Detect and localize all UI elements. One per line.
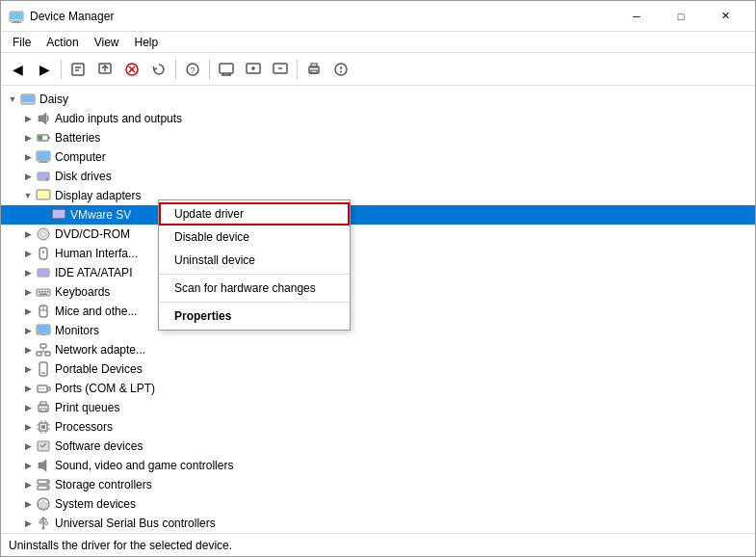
label-display: Display adapters bbox=[55, 189, 141, 202]
status-text: Uninstalls the driver for the selected d… bbox=[9, 539, 232, 552]
toolbar-separator-1 bbox=[61, 60, 62, 79]
label-vmware: VMware SV bbox=[70, 208, 131, 222]
expander-system[interactable]: ▶ bbox=[20, 496, 36, 512]
forward-button[interactable]: ▶ bbox=[32, 57, 57, 82]
expander-mice[interactable]: ▶ bbox=[20, 304, 36, 319]
ctx-scan-hardware[interactable]: Scan for hardware changes bbox=[159, 277, 350, 300]
tree-item-hid[interactable]: ▶ Human Interfa... bbox=[1, 244, 755, 263]
tree-item-audio[interactable]: ▶ Audio inputs and outputs bbox=[1, 109, 755, 128]
icon-storage bbox=[36, 477, 51, 492]
label-dvd: DVD/CD-ROM bbox=[55, 227, 130, 241]
ctx-uninstall-device[interactable]: Uninstall device bbox=[159, 249, 350, 272]
label-system: System devices bbox=[55, 497, 136, 511]
menu-file[interactable]: File bbox=[5, 34, 39, 51]
svg-rect-55 bbox=[44, 291, 46, 293]
label-monitors: Monitors bbox=[55, 324, 99, 337]
svg-rect-99 bbox=[39, 521, 42, 523]
svg-point-96 bbox=[46, 487, 48, 489]
expander-ports[interactable]: ▶ bbox=[20, 381, 36, 396]
tree-item-system[interactable]: ▶ System devices bbox=[1, 494, 755, 514]
svg-marker-92 bbox=[39, 460, 46, 471]
label-hid: Human Interfa... bbox=[55, 247, 138, 260]
expander-root[interactable]: ▼ bbox=[5, 92, 20, 107]
toolbar-action-button[interactable] bbox=[328, 57, 353, 82]
tree-item-software[interactable]: ▶ Software devices bbox=[1, 437, 755, 456]
expander-dvd[interactable]: ▶ bbox=[20, 226, 36, 242]
toolbar-remove-button[interactable] bbox=[268, 57, 293, 82]
tree-item-computer[interactable]: ▶ Computer bbox=[1, 147, 755, 167]
expander-usb[interactable]: ▶ bbox=[20, 516, 36, 531]
tree-item-network[interactable]: ▶ Network adapte... bbox=[1, 340, 755, 359]
icon-print bbox=[36, 400, 51, 415]
tree-item-ide[interactable]: ▶ IDE ATA/ATAPI bbox=[1, 263, 755, 282]
expander-portable[interactable]: ▶ bbox=[20, 361, 36, 377]
svg-point-47 bbox=[41, 232, 45, 236]
close-button[interactable]: ✕ bbox=[703, 1, 747, 32]
tree-item-ports[interactable]: ▶ Ports (COM & LPT) bbox=[1, 379, 755, 398]
back-button[interactable]: ◀ bbox=[5, 57, 30, 82]
tree-item-vmware[interactable]: VMware SV bbox=[1, 205, 755, 225]
tree-item-root[interactable]: ▼ Daisy bbox=[1, 90, 755, 109]
expander-storage[interactable]: ▶ bbox=[20, 477, 36, 492]
device-tree[interactable]: ▼ Daisy ▶ Audio inputs and outputs ▶ bbox=[1, 86, 755, 533]
toolbar-separator-3 bbox=[209, 60, 210, 79]
tree-item-monitors[interactable]: ▶ Monitors bbox=[1, 321, 755, 340]
ctx-separator-2 bbox=[159, 302, 350, 303]
expander-processors[interactable]: ▶ bbox=[20, 419, 36, 435]
icon-batteries bbox=[36, 130, 51, 146]
svg-rect-66 bbox=[45, 352, 50, 356]
tree-item-disk[interactable]: ▶ Disk drives bbox=[1, 167, 755, 186]
toolbar-print-button[interactable] bbox=[301, 57, 326, 82]
svg-rect-62 bbox=[38, 326, 49, 333]
tree-item-keyboards[interactable]: ▶ Keyboards bbox=[1, 282, 755, 302]
tree-item-dvd[interactable]: ▶ DVD/CD-ROM bbox=[1, 225, 755, 244]
toolbar-update-button[interactable] bbox=[92, 57, 117, 82]
expander-ide[interactable]: ▶ bbox=[20, 265, 36, 280]
maximize-button[interactable]: □ bbox=[659, 1, 703, 32]
expander-network[interactable]: ▶ bbox=[20, 342, 36, 358]
icon-network bbox=[36, 342, 51, 358]
tree-item-storage[interactable]: ▶ Storage controllers bbox=[1, 475, 755, 494]
expander-disk[interactable]: ▶ bbox=[20, 169, 36, 184]
toolbar-scan-button[interactable] bbox=[146, 57, 171, 82]
ctx-update-driver[interactable]: Update driver bbox=[159, 202, 350, 225]
menu-help[interactable]: Help bbox=[127, 34, 167, 51]
label-processors: Processors bbox=[55, 420, 113, 434]
svg-rect-56 bbox=[47, 291, 49, 293]
label-portable: Portable Devices bbox=[55, 362, 143, 376]
expander-computer[interactable]: ▶ bbox=[20, 149, 36, 165]
expander-print[interactable]: ▶ bbox=[20, 400, 36, 415]
expander-display[interactable]: ▼ bbox=[20, 188, 36, 203]
tree-item-batteries[interactable]: ▶ Batteries bbox=[1, 128, 755, 147]
svg-rect-4 bbox=[72, 64, 84, 75]
expander-audio[interactable]: ▶ bbox=[20, 111, 36, 126]
svg-rect-80 bbox=[41, 425, 45, 429]
expander-hid[interactable]: ▶ bbox=[20, 246, 36, 261]
ctx-disable-device[interactable]: Disable device bbox=[159, 225, 350, 249]
svg-rect-24 bbox=[311, 64, 317, 67]
toolbar-monitor-button[interactable] bbox=[214, 57, 239, 82]
svg-rect-78 bbox=[40, 409, 46, 411]
menu-action[interactable]: Action bbox=[39, 34, 86, 51]
tree-item-print[interactable]: ▶ Print queues bbox=[1, 398, 755, 417]
tree-item-portable[interactable]: ▶ Portable Devices bbox=[1, 359, 755, 379]
expander-sound[interactable]: ▶ bbox=[20, 458, 36, 473]
expander-monitors[interactable]: ▶ bbox=[20, 323, 36, 338]
icon-monitors bbox=[36, 323, 51, 338]
tree-item-display[interactable]: ▼ Display adapters bbox=[1, 186, 755, 205]
toolbar-properties-button[interactable] bbox=[65, 57, 91, 82]
ctx-properties[interactable]: Properties bbox=[159, 305, 350, 328]
label-ports: Ports (COM & LPT) bbox=[55, 382, 155, 395]
expander-software[interactable]: ▶ bbox=[20, 438, 36, 454]
minimize-button[interactable]: ─ bbox=[614, 1, 659, 32]
tree-item-processors[interactable]: ▶ Processors bbox=[1, 417, 755, 437]
tree-item-mice[interactable]: ▶ Mice and othe... bbox=[1, 302, 755, 321]
expander-keyboards[interactable]: ▶ bbox=[20, 284, 36, 300]
tree-item-usb[interactable]: ▶ Universal Serial Bus controllers bbox=[1, 514, 755, 533]
tree-item-sound[interactable]: ▶ Sound, video and game controllers bbox=[1, 456, 755, 475]
expander-batteries[interactable]: ▶ bbox=[20, 130, 36, 146]
toolbar-uninstall-button[interactable] bbox=[119, 57, 144, 82]
toolbar-help-button[interactable]: ? bbox=[180, 57, 205, 82]
menu-view[interactable]: View bbox=[87, 34, 127, 51]
toolbar-add-button[interactable] bbox=[241, 57, 266, 82]
